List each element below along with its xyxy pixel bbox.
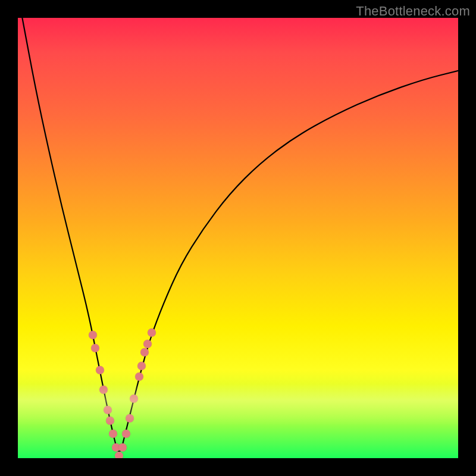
marker-dot	[112, 443, 120, 452]
plot-area	[18, 18, 458, 458]
marker-dot	[135, 372, 143, 381]
marker-dot	[122, 430, 130, 438]
marker-dot	[106, 416, 114, 425]
curve-svg	[18, 18, 458, 458]
marker-dot	[109, 430, 117, 438]
watermark-text: TheBottleneck.com	[356, 4, 470, 19]
chart-frame: TheBottleneck.com	[0, 0, 476, 476]
marker-dot	[126, 414, 134, 422]
marker-dot	[104, 406, 112, 414]
marker-dot	[91, 344, 99, 352]
marker-dot	[118, 443, 127, 452]
marker-dot	[148, 328, 156, 337]
marker-dot	[140, 348, 149, 356]
marker-dot	[143, 340, 152, 348]
marker-dot	[89, 331, 97, 339]
marker-dot	[130, 394, 138, 403]
marker-dot	[99, 386, 108, 394]
marker-dot	[96, 366, 104, 374]
marker-dot	[115, 452, 123, 458]
bottleneck-curve	[22, 18, 458, 452]
marker-dot	[137, 362, 146, 370]
